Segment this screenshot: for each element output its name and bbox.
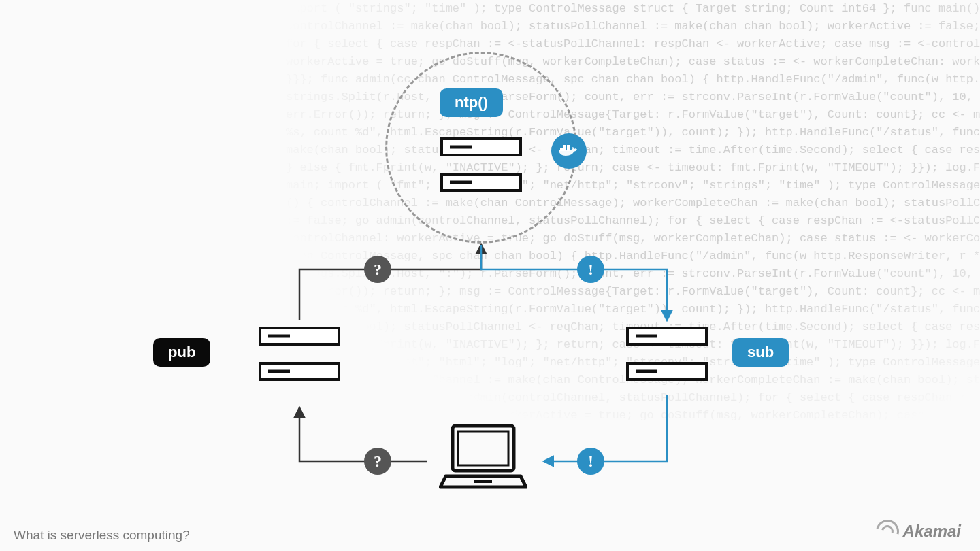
publisher-badge: pub [153, 338, 210, 367]
footer-caption: What is serverless computing? [14, 528, 190, 543]
laptop-icon [439, 422, 527, 496]
diagram-canvas: ntp() pub sub ? ! ? ! [0, 0, 980, 551]
function-server-1 [440, 137, 522, 156]
svg-rect-6 [458, 431, 508, 465]
publisher-server-1 [259, 327, 340, 346]
svg-rect-4 [567, 145, 570, 148]
subscriber-badge: sub [732, 338, 789, 367]
docker-icon [551, 133, 587, 169]
subscriber-server-1 [626, 327, 708, 346]
brand-wave-icon [871, 516, 902, 547]
brand-name: Akamai [903, 522, 961, 541]
event-marker-bottom: ! [577, 448, 604, 475]
question-marker-top: ? [364, 256, 391, 283]
svg-rect-3 [564, 145, 566, 148]
subscriber-server-2 [626, 362, 708, 381]
publisher-server-2 [259, 362, 340, 381]
svg-rect-5 [453, 426, 514, 471]
event-marker-top: ! [577, 256, 604, 283]
function-badge: ntp() [440, 88, 503, 117]
question-marker-bottom: ? [364, 448, 391, 475]
function-server-2 [440, 173, 522, 192]
brand-logo: Akamai [876, 520, 961, 543]
svg-rect-7 [474, 480, 492, 483]
